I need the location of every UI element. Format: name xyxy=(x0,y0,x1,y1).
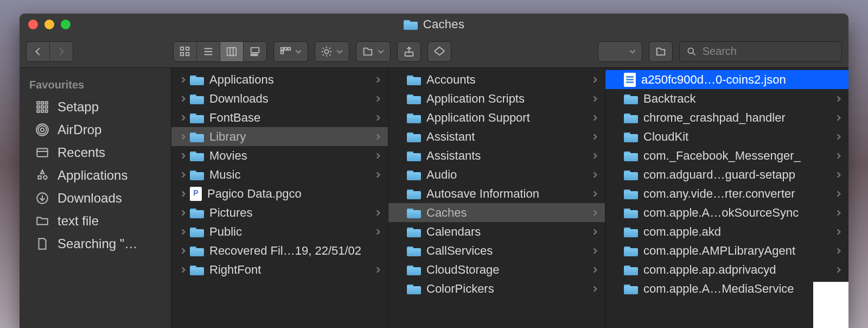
svg-point-31 xyxy=(41,128,44,132)
action-button[interactable] xyxy=(315,42,349,61)
folder-row[interactable]: Movies xyxy=(171,146,388,165)
chevron-right-icon xyxy=(832,190,845,198)
item-label: com.any.vide…rter.converter xyxy=(643,187,832,201)
disclosure-icon xyxy=(177,133,190,141)
sidebar-item-airdrop[interactable]: AirDrop xyxy=(20,118,171,141)
grid-icon xyxy=(35,99,50,115)
folder-row[interactable]: FontBase xyxy=(171,108,388,127)
folder-row[interactable]: CloudKit xyxy=(605,127,848,146)
disclosure-icon xyxy=(177,209,190,217)
finder-body: Favourites SetappAirDropRecentsApplicati… xyxy=(20,68,848,328)
folder-icon xyxy=(407,93,421,104)
folder-row[interactable]: RightFont xyxy=(171,260,388,279)
sidebar-item-text-file[interactable]: text file xyxy=(20,210,171,232)
close-window-button[interactable] xyxy=(28,20,38,29)
view-list-button[interactable] xyxy=(197,42,220,61)
file-row[interactable]: Pagico Data.pgco xyxy=(171,184,388,203)
folder-icon xyxy=(624,150,638,161)
folder-row[interactable]: Recovered Fil…19, 22/51/02 xyxy=(171,241,388,260)
folder-row[interactable]: Calendars xyxy=(388,222,605,241)
sidebar-item-recents[interactable]: Recents xyxy=(20,141,171,164)
folder-row[interactable]: CallServices xyxy=(388,241,605,260)
chevron-right-icon xyxy=(832,247,845,255)
item-label: Pictures xyxy=(209,206,372,220)
overlay-box xyxy=(813,282,848,328)
dropdown-button[interactable] xyxy=(598,42,642,61)
svg-rect-23 xyxy=(41,102,43,104)
folder-row[interactable]: Application Scripts xyxy=(388,89,605,108)
folder-icon xyxy=(190,74,204,85)
path-button[interactable] xyxy=(356,42,390,61)
forward-button[interactable] xyxy=(50,42,73,61)
folder-row[interactable]: CloudStorage xyxy=(388,260,605,279)
folder-row[interactable]: Audio xyxy=(388,165,605,184)
chevron-right-icon xyxy=(832,228,845,236)
sidebar-item-searching-[interactable]: Searching "… xyxy=(20,232,171,255)
chevron-right-icon xyxy=(832,266,845,274)
view-gallery-button[interactable] xyxy=(244,42,266,61)
folder-row[interactable]: chrome_crashpad_handler xyxy=(605,108,848,127)
folder-row[interactable]: com.any.vide…rter.converter xyxy=(605,184,848,203)
folder-row[interactable]: Backtrack xyxy=(605,89,848,108)
window-controls xyxy=(28,20,71,29)
item-label: a250fc900d…0-coins2.json xyxy=(641,73,832,87)
folder-row[interactable]: Autosave Information xyxy=(388,184,605,203)
folder-row[interactable]: com.apple.A…okSourceSync xyxy=(605,203,848,222)
folder-row[interactable]: Assistants xyxy=(388,146,605,165)
view-columns-button[interactable] xyxy=(220,42,244,61)
column-view: ApplicationsDownloadsFontBaseLibraryMovi… xyxy=(171,68,848,328)
minimize-window-button[interactable] xyxy=(44,20,54,29)
folder-row[interactable]: Applications xyxy=(171,70,388,89)
zoom-window-button[interactable] xyxy=(61,20,71,29)
item-label: Music xyxy=(209,168,372,182)
sidebar-item-applications[interactable]: Applications xyxy=(20,164,171,187)
item-label: Recovered Fil…19, 22/51/02 xyxy=(209,244,372,258)
file-row[interactable]: a250fc900d…0-coins2.json xyxy=(605,70,848,89)
folder-row[interactable]: Pictures xyxy=(171,203,388,222)
finder-window: Caches xyxy=(20,14,848,328)
folder-row[interactable]: Music xyxy=(171,165,388,184)
folder-row[interactable]: com.apple.akd xyxy=(605,222,848,241)
back-button[interactable] xyxy=(27,42,50,61)
folder-grey-icon xyxy=(35,213,50,229)
column-3: a250fc900d…0-coins2.jsonBacktrackchrome_… xyxy=(605,68,848,328)
svg-rect-29 xyxy=(41,110,43,112)
view-icons-button[interactable] xyxy=(174,42,197,61)
search-input[interactable] xyxy=(703,45,835,58)
folder-row[interactable]: com.apple.AMPLibraryAgent xyxy=(605,241,848,260)
folder-icon xyxy=(624,188,638,199)
folder-row[interactable]: Downloads xyxy=(171,89,388,108)
folder-row[interactable]: Public xyxy=(171,222,388,241)
folder-row[interactable]: Accounts xyxy=(388,70,605,89)
arrange-button[interactable] xyxy=(274,42,308,61)
folder-icon xyxy=(190,226,204,237)
folder-row[interactable]: Library xyxy=(171,127,388,146)
nav-group xyxy=(26,41,73,62)
item-label: com._Facebook_Messenger_ xyxy=(643,149,832,163)
folder-row[interactable]: com._Facebook_Messenger_ xyxy=(605,146,848,165)
folder-row[interactable]: Application Support xyxy=(388,108,605,127)
folder-icon xyxy=(407,74,421,85)
chevron-right-icon xyxy=(372,95,385,103)
folder-row[interactable]: com.apple.ap.adprivacyd xyxy=(605,260,848,279)
folder-row[interactable]: ColorPickers xyxy=(388,279,605,298)
sidebar-header: Favourites xyxy=(20,75,171,96)
folder-row[interactable]: Assistant xyxy=(388,127,605,146)
share-button[interactable] xyxy=(398,42,420,61)
search-icon xyxy=(686,46,697,58)
folder-row[interactable]: com.apple.A…MediaService xyxy=(605,279,848,298)
tags-button[interactable] xyxy=(428,42,451,61)
folder-row[interactable]: com.adguard…guard-setapp xyxy=(605,165,848,184)
quicklook-button[interactable] xyxy=(649,42,672,61)
item-label: com.apple.A…MediaService xyxy=(643,282,832,296)
sidebar-item-downloads[interactable]: Downloads xyxy=(20,187,171,210)
chevron-right-icon xyxy=(589,190,602,198)
svg-line-21 xyxy=(693,53,695,55)
sidebar-item-setapp[interactable]: Setapp xyxy=(20,96,171,118)
svg-rect-7 xyxy=(227,47,237,55)
folder-row[interactable]: Caches xyxy=(388,203,605,222)
chevron-right-icon xyxy=(589,209,602,217)
search-field[interactable] xyxy=(679,41,842,62)
disclosure-icon xyxy=(177,152,190,160)
view-mode-group xyxy=(173,41,267,62)
